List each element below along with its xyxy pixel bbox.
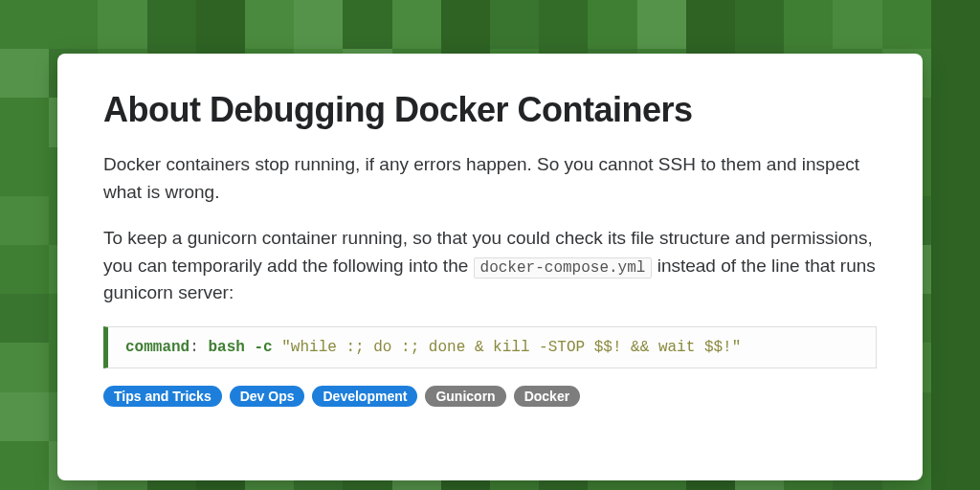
code-block: command: bash -c "while :; do :; done & … bbox=[103, 326, 877, 368]
code-colon: : bbox=[189, 339, 208, 356]
paragraph-2: To keep a gunicorn container running, so… bbox=[103, 225, 877, 307]
article-title: About Debugging Docker Containers bbox=[103, 90, 877, 130]
inline-code-filename: docker-compose.yml bbox=[474, 257, 653, 278]
code-key: command bbox=[125, 339, 189, 356]
code-string: "while :; do :; done & kill -STOP $$! &&… bbox=[273, 339, 742, 356]
tag-gunicorn[interactable]: Gunicorn bbox=[425, 386, 505, 407]
code-command: bash -c bbox=[208, 339, 272, 356]
article-card: About Debugging Docker Containers Docker… bbox=[57, 54, 923, 480]
paragraph-1: Docker containers stop running, if any e… bbox=[103, 151, 877, 206]
tag-tips-and-tricks[interactable]: Tips and Tricks bbox=[103, 386, 222, 407]
tag-docker[interactable]: Docker bbox=[514, 386, 580, 407]
tag-list: Tips and TricksDev OpsDevelopmentGunicor… bbox=[103, 386, 877, 407]
tag-dev-ops[interactable]: Dev Ops bbox=[230, 386, 305, 407]
tag-development[interactable]: Development bbox=[312, 386, 417, 407]
